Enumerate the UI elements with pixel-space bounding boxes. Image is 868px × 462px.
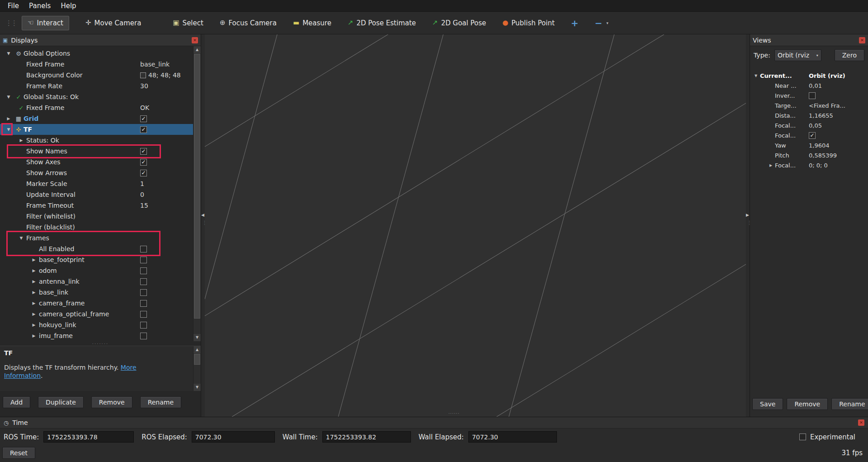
display-row-status-ok[interactable]: ▶Status: Ok — [0, 135, 193, 146]
tool-add-tool[interactable]: + — [571, 19, 579, 28]
display-row-frame-rate[interactable]: Frame Rate30 — [0, 81, 193, 91]
save-button[interactable]: Save — [752, 398, 783, 410]
expander-down-icon[interactable]: ▼ — [4, 127, 14, 132]
view-property-near[interactable]: Near ...0,01 — [750, 81, 868, 90]
view-property-current[interactable]: ▼Current...Orbit (rviz) — [750, 71, 868, 81]
display-row-odom[interactable]: ▶odom — [0, 265, 193, 276]
display-row-background-color[interactable]: Background Color48; 48; 48 — [0, 70, 193, 81]
checkbox[interactable] — [140, 257, 147, 263]
display-row-frames[interactable]: ▼Frames — [0, 233, 193, 243]
checkbox[interactable] — [140, 322, 147, 329]
display-row-filter-whitelist[interactable]: Filter (whitelist) — [0, 211, 193, 222]
scrollbar-thumb[interactable] — [194, 54, 200, 319]
expander-right-icon[interactable]: ▶ — [16, 138, 26, 143]
checkbox[interactable]: ✓ — [140, 115, 147, 122]
expander-right-icon[interactable]: ▶ — [29, 268, 39, 273]
close-icon[interactable] — [858, 419, 864, 426]
tool-focus-camera[interactable]: ⊕Focus Camera — [220, 19, 277, 27]
menu-panels[interactable]: Panels — [24, 1, 56, 11]
checkbox[interactable]: ✓ — [140, 159, 147, 166]
scrollbar-thumb[interactable] — [194, 354, 200, 365]
display-row-camera-optical-frame[interactable]: ▶camera_optical_frame — [0, 309, 193, 319]
checkbox[interactable] — [809, 92, 816, 99]
displays-tree-scrollbar[interactable] — [193, 46, 201, 341]
tool-remove-tool[interactable]: −▾ — [595, 19, 609, 28]
left-splitter[interactable] — [201, 34, 205, 417]
expander-right-icon[interactable]: ▶ — [29, 290, 39, 295]
checkbox[interactable] — [140, 278, 147, 285]
view-property-yaw[interactable]: Yaw1,9604 — [750, 140, 868, 150]
expander-right-icon[interactable]: ▶ — [29, 312, 39, 316]
time-field-input[interactable] — [322, 431, 411, 443]
expander-right-icon[interactable]: ▶ — [29, 323, 39, 327]
display-row-global-status-ok[interactable]: ▼✓Global Status: Ok — [0, 91, 193, 102]
menu-help[interactable]: Help — [56, 1, 81, 11]
checkbox[interactable] — [140, 246, 147, 252]
collapse-right-icon[interactable] — [746, 213, 749, 217]
duplicate-button[interactable]: Duplicate — [38, 396, 84, 408]
display-row-tf[interactable]: ▼✜TF✓ — [0, 124, 193, 135]
collapse-left-icon[interactable] — [201, 213, 204, 217]
expander-right-icon[interactable]: ▶ — [29, 333, 39, 338]
display-row-grid[interactable]: ▶▦Grid✓ — [0, 113, 193, 124]
description-scrollbar[interactable] — [193, 346, 201, 391]
display-row-camera-frame[interactable]: ▶camera_frame — [0, 298, 193, 309]
experimental-toggle[interactable]: Experimental — [799, 433, 855, 441]
reset-button[interactable]: Reset — [2, 447, 35, 459]
expander-down-icon[interactable]: ▼ — [4, 51, 14, 56]
display-row-fixed-frame[interactable]: Fixed Framebase_link — [0, 59, 193, 70]
remove-button[interactable]: Remove — [787, 398, 828, 410]
expander-down-icon[interactable]: ▼ — [4, 95, 14, 99]
toolbar-drag-handle[interactable] — [5, 19, 16, 27]
tree-description-splitter[interactable] — [0, 341, 201, 346]
display-row-base-link[interactable]: ▶base_link — [0, 287, 193, 298]
expander-down-icon[interactable]: ▼ — [16, 236, 26, 240]
rename-button[interactable]: Rename — [831, 398, 868, 410]
view-property-dista[interactable]: Dista...1,16655 — [750, 110, 868, 120]
display-row-show-axes[interactable]: Show Axes✓ — [0, 157, 193, 167]
display-row-base-footprint[interactable]: ▶base_footprint — [0, 254, 193, 265]
tool-2d-goal-pose[interactable]: ↗2D Goal Pose — [432, 19, 486, 27]
expander-right-icon[interactable]: ▶ — [29, 279, 39, 284]
view-property-focal[interactable]: Focal...0,05 — [750, 120, 868, 130]
zero-button[interactable]: Zero — [835, 49, 864, 61]
display-row-filter-blacklist[interactable]: Filter (blacklist) — [0, 222, 193, 233]
checkbox[interactable]: ✓ — [140, 170, 147, 176]
right-splitter[interactable] — [746, 34, 750, 417]
display-row-antenna-link[interactable]: ▶antenna_link — [0, 276, 193, 287]
close-icon[interactable] — [859, 37, 865, 43]
tool-move-camera[interactable]: ✛Move Camera — [85, 19, 141, 27]
time-field-input[interactable] — [468, 431, 557, 443]
display-row-global-options[interactable]: ▼⚙Global Options — [0, 48, 193, 59]
view-property-inver[interactable]: Inver... — [750, 90, 868, 100]
view-property-targe[interactable]: Targe...<Fixed Fra... — [750, 100, 868, 110]
rename-button[interactable]: Rename — [140, 396, 181, 408]
display-row-all-enabled[interactable]: All Enabled — [0, 243, 193, 254]
remove-button[interactable]: Remove — [91, 396, 132, 408]
view-property-focal[interactable]: Focal...✓ — [750, 130, 868, 140]
scroll-down-icon[interactable] — [193, 334, 201, 341]
checkbox[interactable] — [140, 300, 147, 307]
checkbox[interactable] — [140, 311, 147, 318]
checkbox[interactable]: ✓ — [809, 132, 816, 139]
expander-right-icon[interactable]: ▶ — [767, 163, 775, 167]
display-row-update-interval[interactable]: Update Interval0 — [0, 189, 193, 200]
display-row-show-arrows[interactable]: Show Arrows✓ — [0, 167, 193, 178]
tool-publish-point[interactable]: ●Publish Point — [502, 19, 555, 27]
display-row-show-names[interactable]: Show Names✓ — [0, 146, 193, 157]
display-row-fixed-frame[interactable]: ✓Fixed FrameOK — [0, 102, 193, 113]
time-field-input[interactable] — [43, 431, 134, 443]
menu-file[interactable]: File — [3, 1, 24, 11]
scroll-up-icon[interactable] — [193, 346, 201, 353]
3d-viewport[interactable] — [205, 34, 746, 417]
close-icon[interactable] — [192, 37, 198, 43]
checkbox[interactable]: ✓ — [140, 148, 147, 155]
display-row-marker-scale[interactable]: Marker Scale1 — [0, 178, 193, 189]
checkbox[interactable]: ✓ — [140, 126, 147, 133]
tool-2d-pose-estimate[interactable]: ↗2D Pose Estimate — [348, 19, 416, 27]
expander-down-icon[interactable]: ▼ — [752, 74, 760, 78]
tool-interact[interactable]: ☜Interact — [22, 16, 69, 30]
tool-select[interactable]: ▣Select — [173, 19, 203, 27]
time-field-input[interactable] — [192, 431, 275, 443]
expander-right-icon[interactable]: ▶ — [29, 257, 39, 262]
